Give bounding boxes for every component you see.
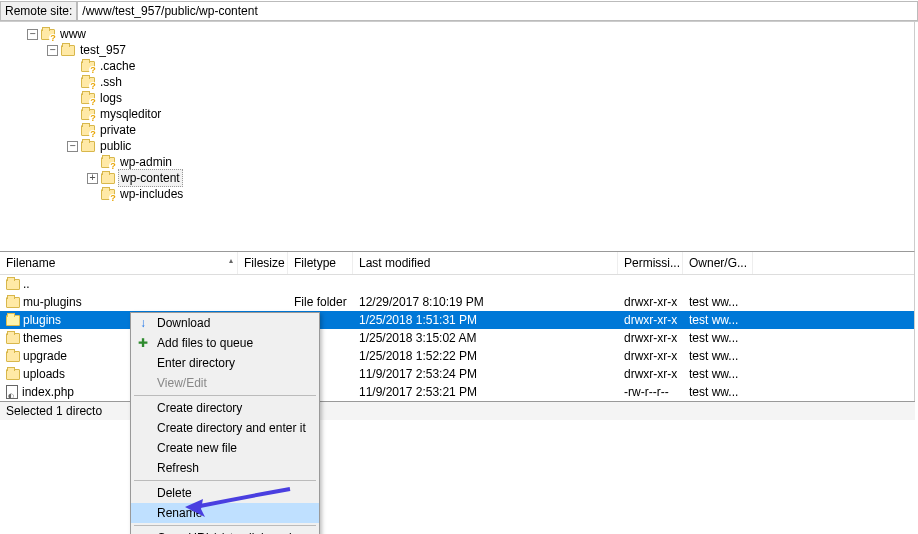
file-row[interactable]: ..: [0, 275, 914, 293]
folder-icon: [81, 125, 95, 136]
col-header-perm[interactable]: Permissi...: [618, 252, 683, 274]
cell-mod: 1/25/2018 3:15:02 AM: [353, 329, 618, 347]
download-icon: ↓: [135, 316, 151, 330]
col-header-filesize[interactable]: Filesize: [238, 252, 288, 274]
cell-perm: drwxr-xr-x: [618, 365, 683, 383]
remote-site-label: Remote site:: [0, 1, 77, 21]
menu-item-download[interactable]: ↓Download: [131, 313, 319, 333]
cell-owner: test ww...: [683, 293, 753, 311]
context-menu: ↓Download✚Add files to queueEnter direct…: [130, 312, 320, 420]
menu-label: Add files to queue: [157, 336, 253, 350]
cell-perm: -rw-r--r--: [618, 383, 683, 401]
tree-node-wpincludes[interactable]: +wp-includes: [0, 186, 914, 202]
cell-perm: drwxr-xr-x: [618, 293, 683, 311]
parent-folder-icon: [6, 279, 20, 290]
cell-filename: mu-plugins: [0, 293, 238, 311]
folder-icon: [6, 351, 20, 362]
folder-icon: [6, 315, 20, 326]
cell-filename: ..: [0, 275, 238, 293]
tree-label: www: [58, 26, 88, 42]
menu-separator: [134, 395, 316, 396]
tree-node-logs[interactable]: +logs: [0, 90, 914, 106]
cell-owner: test ww...: [683, 365, 753, 383]
tree-node-ssh[interactable]: +.ssh: [0, 74, 914, 90]
menu-item-create-directory-and-enter-it[interactable]: Create directory and enter it: [131, 418, 319, 420]
cell-perm: drwxr-xr-x: [618, 311, 683, 329]
folder-icon: [81, 93, 95, 104]
tree-node-mysqleditor[interactable]: +mysqleditor: [0, 106, 914, 122]
cell-owner: test ww...: [683, 329, 753, 347]
tree-node-public[interactable]: −public: [0, 138, 914, 154]
cell-mod: 1/25/2018 1:52:22 PM: [353, 347, 618, 365]
cell-mod: 1/25/2018 1:51:31 PM: [353, 311, 618, 329]
folder-icon: [61, 45, 75, 56]
tree-node-www[interactable]: −www: [0, 26, 914, 42]
tree-label: public: [98, 138, 133, 154]
tree-label: wp-admin: [118, 154, 174, 170]
file-row[interactable]: mu-pluginsFile folder12/29/2017 8:10:19 …: [0, 293, 914, 311]
folder-icon: [6, 297, 20, 308]
menu-item-view-edit: View/Edit: [131, 373, 319, 393]
folder-icon: [101, 173, 115, 184]
tree-label: wp-includes: [118, 186, 185, 202]
folder-icon: [101, 157, 115, 168]
menu-label: Enter directory: [157, 356, 235, 370]
remote-site-path-input[interactable]: [77, 1, 918, 21]
tree-label: private: [98, 122, 138, 138]
tree-label: test_957: [78, 42, 128, 58]
menu-item-enter-directory[interactable]: Enter directory: [131, 353, 319, 373]
folder-icon: [41, 29, 55, 40]
folder-icon: [81, 141, 95, 152]
collapse-icon[interactable]: −: [47, 45, 58, 56]
tree-label: mysqleditor: [98, 106, 163, 122]
menu-label: View/Edit: [157, 376, 207, 390]
cell-mod: 12/29/2017 8:10:19 PM: [353, 293, 618, 311]
tree-node-private[interactable]: +private: [0, 122, 914, 138]
tree-node-wpcontent[interactable]: +wp-content: [0, 170, 914, 186]
col-header-filetype[interactable]: Filetype: [288, 252, 353, 274]
col-header-lastmod[interactable]: Last modified: [353, 252, 618, 274]
menu-label: Create directory: [157, 401, 242, 415]
cell-owner: test ww...: [683, 311, 753, 329]
cell-perm: drwxr-xr-x: [618, 347, 683, 365]
tree-label: wp-content: [118, 169, 183, 187]
folder-icon: [101, 189, 115, 200]
remote-site-bar: Remote site:: [0, 0, 918, 22]
php-file-icon: [6, 385, 18, 399]
cell-owner: test ww...: [683, 347, 753, 365]
folder-icon: [81, 61, 95, 72]
cell-type: File folder: [288, 293, 353, 311]
add-icon: ✚: [135, 336, 151, 350]
expand-icon[interactable]: +: [87, 173, 98, 184]
menu-item-create-directory[interactable]: Create directory: [131, 398, 319, 418]
remote-tree[interactable]: −www−test_957+.cache+.ssh+logs+mysqledit…: [0, 22, 915, 252]
folder-icon: [81, 77, 95, 88]
col-header-filename[interactable]: Filename▴: [0, 252, 238, 274]
cell-perm: drwxr-xr-x: [618, 329, 683, 347]
tree-node-wpadmin[interactable]: +wp-admin: [0, 154, 914, 170]
tree-label: .ssh: [98, 74, 124, 90]
folder-icon: [6, 369, 20, 380]
folder-icon: [81, 109, 95, 120]
cell-mod: 11/9/2017 2:53:24 PM: [353, 365, 618, 383]
folder-icon: [6, 333, 20, 344]
menu-label: Download: [157, 316, 210, 330]
menu-item-add-files-to-queue[interactable]: ✚Add files to queue: [131, 333, 319, 353]
tree-node-test957[interactable]: −test_957: [0, 42, 914, 58]
sort-asc-icon: ▴: [229, 256, 233, 265]
cell-owner: test ww...: [683, 383, 753, 401]
tree-node-cache[interactable]: +.cache: [0, 58, 914, 74]
tree-label: .cache: [98, 58, 137, 74]
file-header-row: Filename▴ Filesize Filetype Last modifie…: [0, 252, 914, 275]
collapse-icon[interactable]: −: [67, 141, 78, 152]
col-header-owner[interactable]: Owner/G...: [683, 252, 753, 274]
tree-label: logs: [98, 90, 124, 106]
cell-mod: 11/9/2017 2:53:21 PM: [353, 383, 618, 401]
collapse-icon[interactable]: −: [27, 29, 38, 40]
